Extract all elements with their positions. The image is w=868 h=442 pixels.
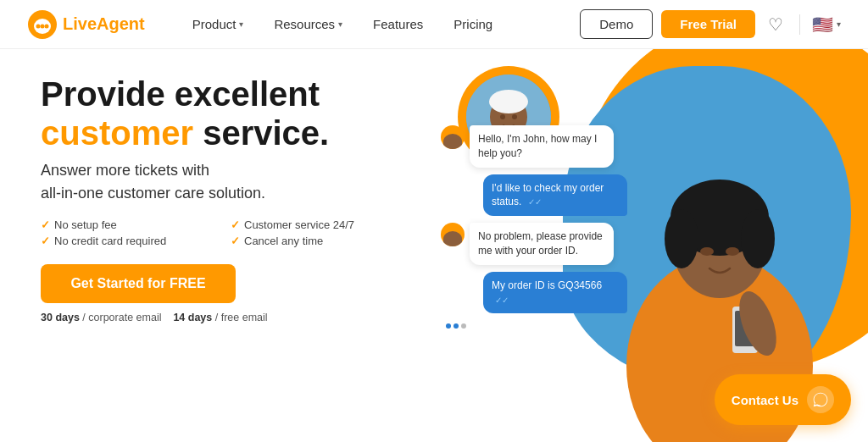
- chat-row-3: No problem, please provide me with your …: [441, 223, 627, 265]
- agent-avatar-2: [441, 223, 465, 246]
- logo[interactable]: LiveAgent: [27, 9, 145, 40]
- hero-left: Provide excellent customer service. Answ…: [0, 49, 441, 442]
- check-icon: ✓: [231, 218, 240, 231]
- nav-links: Product ▾ Resources ▾ Features Pricing: [179, 10, 581, 38]
- chat-bubble-4: My order ID is GQ34566 ✓✓: [483, 272, 627, 314]
- hero-title: Provide excellent customer service.: [41, 75, 407, 152]
- svg-point-10: [741, 209, 775, 268]
- navbar: LiveAgent Product ▾ Resources ▾ Features…: [0, 0, 868, 49]
- free-trial-button[interactable]: Free Trial: [661, 10, 755, 38]
- flag-icon: 🇺🇸: [812, 14, 833, 35]
- check-icon: ✓: [231, 235, 240, 247]
- svg-point-22: [512, 114, 517, 119]
- chat-bubble-3: No problem, please provide me with your …: [470, 223, 614, 265]
- typing-indicator: [441, 320, 627, 329]
- get-started-button[interactable]: Get Started for FREE: [41, 264, 236, 303]
- svg-point-2: [36, 24, 41, 28]
- svg-point-9: [665, 209, 698, 268]
- feature-customer-service: ✓ Customer service 24/7: [231, 218, 407, 231]
- agent-avatar-1: [441, 125, 465, 149]
- svg-point-12: [726, 247, 739, 256]
- check-icon: ✓: [41, 218, 50, 231]
- liveagent-logo-icon: [27, 9, 58, 40]
- demo-button[interactable]: Demo: [580, 9, 653, 39]
- trial-info: 30 days / corporate email 14 days / free…: [41, 312, 407, 323]
- svg-point-4: [41, 24, 45, 28]
- dot-2: [453, 323, 459, 329]
- nav-features[interactable]: Features: [359, 10, 437, 38]
- hero-subtitle: Answer more tickets with all-in-one cust…: [41, 159, 407, 205]
- nav-pricing[interactable]: Pricing: [440, 10, 506, 38]
- chat-bubble-1: Hello, I'm John, how may I help you?: [470, 125, 614, 168]
- svg-point-20: [489, 90, 528, 113]
- user-account-icon[interactable]: ♡: [764, 13, 787, 36]
- logo-text: LiveAgent: [63, 14, 145, 34]
- nav-product[interactable]: Product ▾: [179, 10, 258, 38]
- dot-3: [461, 323, 466, 329]
- contact-us-button[interactable]: Contact Us: [715, 374, 851, 425]
- chevron-down-icon: ▾: [837, 19, 841, 29]
- nav-resources[interactable]: Resources ▾: [260, 10, 356, 38]
- chat-container: Hello, I'm John, how may I help you? I'd…: [441, 125, 627, 329]
- nav-right: Demo Free Trial ♡ 🇺🇸 ▾: [580, 9, 841, 39]
- read-tick-icon-2: ✓✓: [495, 296, 509, 305]
- check-icon: ✓: [41, 235, 50, 247]
- chevron-down-icon: ▾: [239, 19, 243, 29]
- svg-point-21: [500, 114, 505, 119]
- nav-divider: [799, 14, 800, 35]
- svg-point-11: [700, 247, 714, 256]
- svg-point-3: [45, 24, 49, 28]
- chat-bubble-icon: [812, 391, 829, 408]
- feature-no-credit-card: ✓ No credit card required: [41, 235, 217, 247]
- language-selector[interactable]: 🇺🇸 ▾: [812, 14, 841, 35]
- chat-row-4: My order ID is GQ34566 ✓✓: [441, 272, 627, 314]
- chat-row-2: I'd like to check my order status. ✓✓: [441, 174, 627, 217]
- contact-us-label: Contact Us: [732, 393, 798, 407]
- dot-1: [446, 323, 451, 329]
- features-list: ✓ No setup fee ✓ Customer service 24/7 ✓…: [41, 218, 407, 247]
- chat-row-1: Hello, I'm John, how may I help you?: [441, 125, 627, 168]
- chat-bubble-2: I'd like to check my order status. ✓✓: [483, 174, 627, 217]
- read-tick-icon: ✓✓: [528, 197, 542, 207]
- feature-cancel: ✓ Cancel any time: [231, 235, 407, 247]
- chevron-down-icon: ▾: [338, 19, 342, 29]
- chat-icon: [807, 386, 834, 413]
- feature-no-setup: ✓ No setup fee: [41, 218, 217, 231]
